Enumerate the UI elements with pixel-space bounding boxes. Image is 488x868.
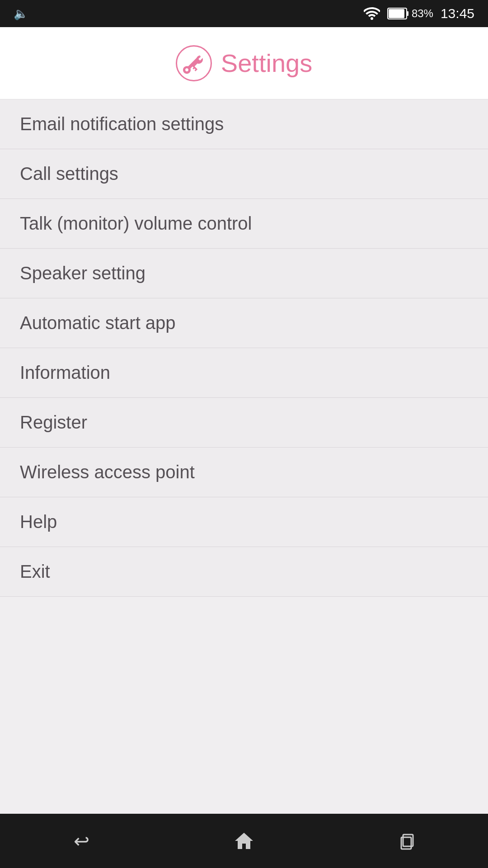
header-title: Settings [221, 48, 312, 78]
svg-rect-2 [389, 9, 404, 18]
back-icon: ↩ [74, 830, 89, 852]
menu-item-label-information: Information [20, 363, 110, 383]
status-time: 13:45 [441, 6, 474, 21]
menu-item-label-register: Register [20, 412, 87, 433]
svg-rect-1 [407, 11, 408, 16]
menu-item-label-automatic-start: Automatic start app [20, 313, 176, 333]
menu-item-email-notification[interactable]: Email notification settings [0, 99, 488, 149]
home-icon [234, 831, 254, 851]
menu-item-exit[interactable]: Exit [0, 547, 488, 597]
status-bar: 🔈 83% 13:45 [0, 0, 488, 27]
battery-icon [387, 8, 409, 19]
menu-item-label-help: Help [20, 512, 57, 532]
speaker-icon: 🔈 [14, 7, 28, 21]
menu-item-label-speaker-setting: Speaker setting [20, 263, 145, 283]
recents-button[interactable] [380, 823, 434, 859]
menu-item-call-settings[interactable]: Call settings [0, 149, 488, 199]
menu-item-label-email-notification: Email notification settings [20, 114, 224, 134]
menu-item-wireless-access-point[interactable]: Wireless access point [0, 448, 488, 497]
menu-item-talk-monitor[interactable]: Talk (monitor) volume control [0, 199, 488, 249]
menu-item-label-exit: Exit [20, 561, 50, 582]
wrench-icon [183, 52, 205, 74]
battery-percent: 83% [412, 7, 433, 20]
menu-item-automatic-start[interactable]: Automatic start app [0, 298, 488, 348]
menu-list: Email notification settingsCall settings… [0, 99, 488, 814]
menu-item-label-call-settings: Call settings [20, 164, 118, 184]
battery-indicator: 83% [387, 7, 433, 20]
status-left: 🔈 [14, 7, 28, 21]
status-right: 83% 13:45 [364, 6, 474, 21]
navigation-bar: ↩ [0, 814, 488, 868]
menu-item-label-talk-monitor: Talk (monitor) volume control [20, 213, 252, 234]
app-header: Settings [0, 27, 488, 99]
menu-item-speaker-setting[interactable]: Speaker setting [0, 249, 488, 298]
wifi-icon [364, 7, 380, 20]
home-button[interactable] [217, 823, 271, 859]
back-button[interactable]: ↩ [54, 823, 108, 859]
menu-item-register[interactable]: Register [0, 398, 488, 448]
menu-item-help[interactable]: Help [0, 497, 488, 547]
menu-item-label-wireless-access-point: Wireless access point [20, 462, 195, 482]
menu-item-information[interactable]: Information [0, 348, 488, 398]
header-icon-circle [176, 45, 212, 81]
recents-icon [398, 832, 416, 850]
